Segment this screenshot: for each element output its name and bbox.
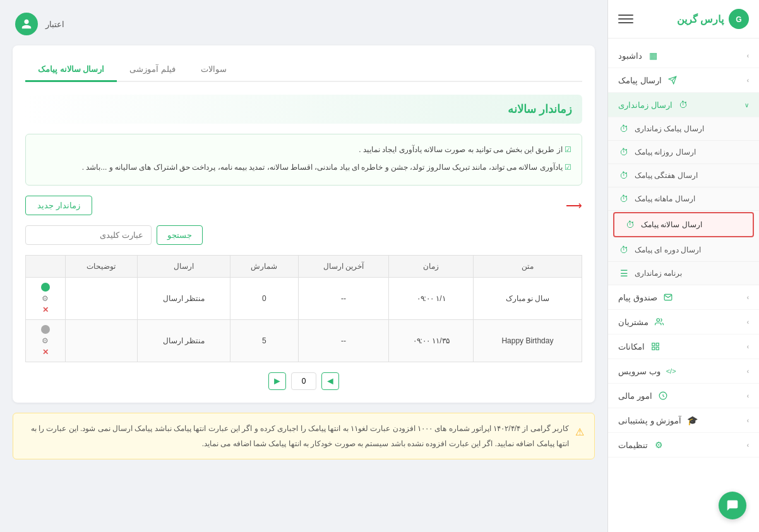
tab-annual-send-label: ارسال سالانه پیامک bbox=[38, 64, 104, 74]
finance-icon bbox=[657, 390, 669, 401]
sidebar-item-inbox[interactable]: › صندوق پیام bbox=[608, 285, 759, 310]
submenu-label-periodic: ارسال دوره ای پیامک bbox=[635, 245, 701, 254]
annual-icon: ⏱ bbox=[625, 219, 636, 230]
daily-icon: ⏱ bbox=[618, 146, 630, 158]
topbar-right: اعتبار bbox=[15, 13, 64, 35]
chevron-icon: › bbox=[747, 442, 749, 449]
gear-icon-2[interactable]: ⚙ bbox=[41, 336, 50, 345]
tab-questions-label: سوالات bbox=[201, 64, 227, 74]
new-scheduler-button[interactable]: زماندار جدید bbox=[25, 196, 92, 215]
customers-icon bbox=[654, 316, 665, 328]
submenu-item-periodic[interactable]: ارسال دوره ای پیامک ⏱ bbox=[608, 239, 759, 262]
submenu-label-annual: ارسال سالانه پیامک bbox=[641, 220, 702, 229]
new-scheduler-label: زماندار جدید bbox=[37, 201, 80, 210]
chat-bubble-button[interactable] bbox=[719, 492, 746, 519]
col-header-count: شمارش bbox=[230, 256, 298, 278]
monthly-icon: ⏱ bbox=[618, 193, 630, 204]
sidebar-label-send-sms: ارسال پیامک bbox=[618, 76, 662, 85]
search-input[interactable] bbox=[25, 225, 152, 245]
prev-page-button[interactable]: ◄ bbox=[321, 372, 339, 390]
sidebar-menu: › ▦ داشبود › ارسال پیامک ∨ bbox=[608, 38, 759, 463]
sidebar-label-customers: مشتریان bbox=[618, 317, 648, 327]
svg-rect-5 bbox=[652, 343, 655, 346]
info-box: از طریق این بخش می توانید به صورت سالانه… bbox=[25, 134, 582, 186]
cell-time-1: ۱/۱ ۰۹:۰۰ bbox=[389, 278, 474, 320]
dashboard-icon: ▦ bbox=[647, 50, 659, 61]
cell-time-2: ۱۱/۳۵ ۰۹:۰۰ bbox=[389, 320, 474, 362]
logo-text: پارس گرین bbox=[677, 13, 724, 25]
sidebar-label-scheduler: ارسال زمانداری bbox=[618, 100, 672, 110]
cell-last-send-1: -- bbox=[298, 278, 389, 320]
topbar: اعتبار bbox=[13, 13, 595, 35]
chevron-icon: › bbox=[747, 77, 749, 84]
submenu-item-program[interactable]: برنامه زمانداری ☰ bbox=[608, 262, 759, 285]
sidebar-item-send-sms[interactable]: › ارسال پیامک bbox=[608, 68, 759, 93]
scheduler-icon: ⏱ bbox=[678, 99, 689, 110]
program-icon: ☰ bbox=[618, 268, 630, 279]
submenu-item-scheduler-sms[interactable]: ارسال پیامک زمانداری ⏱ bbox=[608, 117, 759, 141]
col-header-description: توضیحات bbox=[65, 256, 137, 278]
submenu-item-annual[interactable]: ارسال سالانه پیامک ⏱ bbox=[613, 212, 754, 237]
settings-icon: ⚙ bbox=[653, 439, 664, 451]
cell-actions-1: ⚙ ✕ bbox=[26, 278, 66, 320]
tab-questions[interactable]: سوالات bbox=[188, 58, 239, 82]
status-toggle-on-1[interactable] bbox=[41, 283, 50, 292]
cell-description-2 bbox=[65, 320, 137, 362]
support-icon: 🎓 bbox=[686, 415, 698, 426]
sidebar-item-customers[interactable]: › مشتریان bbox=[608, 310, 759, 334]
svg-point-4 bbox=[657, 319, 660, 322]
submenu-item-monthly[interactable]: ارسال ماهانه پیامک ⏱ bbox=[608, 187, 759, 211]
search-button-label: جستجو bbox=[167, 230, 192, 240]
sidebar-label-features: امکانات bbox=[618, 342, 645, 352]
sidebar-label-settings: تنظیمات bbox=[618, 440, 648, 450]
delete-icon-2[interactable]: ✕ bbox=[41, 348, 50, 357]
weekly-icon: ⏱ bbox=[618, 170, 630, 181]
col-header-last-send: آخرین ارسال bbox=[298, 256, 389, 278]
gear-icon-1[interactable]: ⚙ bbox=[41, 294, 50, 303]
col-header-text: متن bbox=[473, 256, 582, 278]
hamburger-menu-icon[interactable] bbox=[618, 11, 633, 27]
notification-bar: ⚠ کاربر گرامی از ۱۴۰۲/۴/۴ اپراتور شماره … bbox=[13, 413, 595, 459]
cell-count-1: 0 bbox=[230, 278, 298, 320]
submenu-item-weekly[interactable]: ارسال هفتگی پیامک ⏱ bbox=[608, 164, 759, 187]
chevron-icon: › bbox=[747, 319, 749, 326]
periodic-icon: ⏱ bbox=[618, 244, 630, 256]
search-button[interactable]: جستجو bbox=[157, 225, 203, 245]
sidebar-item-features[interactable]: › امکانات bbox=[608, 334, 759, 359]
send-sms-icon bbox=[667, 74, 678, 86]
status-toggle-off-2[interactable] bbox=[41, 325, 50, 334]
section-title: زماندار سالانه bbox=[25, 95, 582, 124]
sidebar-item-settings[interactable]: › ⚙ تنظیمات bbox=[608, 433, 759, 458]
tabs-bar: سوالات فیلم آموزشی ارسال سالانه پیامک bbox=[25, 58, 582, 82]
sidebar-item-finance[interactable]: › امور مالی bbox=[608, 384, 759, 408]
main-card: سوالات فیلم آموزشی ارسال سالانه پیامک زم… bbox=[13, 45, 595, 403]
cell-text-2: Happy Birthday bbox=[473, 320, 582, 362]
tab-educational-film-label: فیلم آموزشی bbox=[129, 64, 176, 74]
sidebar-item-support[interactable]: › 🎓 آموزش و پشتیبانی bbox=[608, 408, 759, 433]
info-line-1: از طریق این بخش می توانید به صورت سالانه… bbox=[36, 142, 571, 157]
page-number-input[interactable] bbox=[291, 372, 316, 390]
action-row: ⟶ زماندار جدید bbox=[25, 196, 582, 215]
next-page-button[interactable]: ► bbox=[268, 372, 286, 390]
features-icon bbox=[650, 341, 661, 352]
submenu-item-daily[interactable]: ارسال روزانه پیامک ⏱ bbox=[608, 141, 759, 164]
tab-annual-send[interactable]: ارسال سالانه پیامک bbox=[25, 58, 117, 82]
info-line-2: یادآوری سالانه می تواند، مانند تبریک سال… bbox=[36, 160, 571, 175]
table-row: سال نو مبارک ۱/۱ ۰۹:۰۰ -- 0 منتظر ارسال … bbox=[26, 278, 582, 320]
chevron-down-icon: ∨ bbox=[744, 102, 749, 109]
sidebar-label-inbox: صندوق پیام bbox=[618, 293, 657, 302]
col-header-actions bbox=[26, 256, 66, 278]
sidebar-item-dashboard[interactable]: › ▦ داشبود bbox=[608, 44, 759, 68]
tab-educational-film[interactable]: فیلم آموزشی bbox=[117, 58, 188, 82]
chevron-icon: › bbox=[747, 368, 749, 375]
cell-last-send-2: -- bbox=[298, 320, 389, 362]
sidebar-item-scheduler[interactable]: ∨ ⏱ ارسال زمانداری bbox=[608, 93, 759, 117]
warning-icon: ⚠ bbox=[575, 422, 584, 442]
user-avatar[interactable] bbox=[15, 13, 38, 35]
cell-actions-2: ⚙ ✕ bbox=[26, 320, 66, 362]
sidebar-item-webservice[interactable]: › </> وب سرویس bbox=[608, 359, 759, 384]
chevron-icon: › bbox=[747, 343, 749, 350]
submenu-label-daily: ارسال روزانه پیامک bbox=[635, 148, 696, 157]
delete-icon-1[interactable]: ✕ bbox=[41, 305, 50, 314]
chevron-icon: › bbox=[747, 393, 749, 399]
